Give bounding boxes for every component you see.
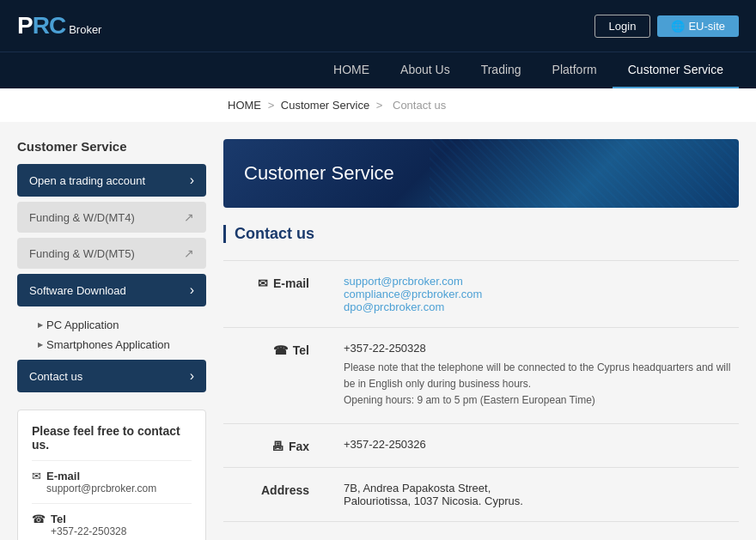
banner: Customer Service bbox=[223, 139, 739, 208]
sidebar-funding-mt4[interactable]: Funding & W/D(MT4) ↗ bbox=[17, 202, 206, 233]
contact-box-email-row: ✉ E-mail support@prcbroker.com bbox=[32, 470, 192, 494]
header: PRC Broker Login 🌐 EU-site bbox=[0, 0, 756, 52]
fax-icon: 🖷 bbox=[271, 440, 284, 453]
label-tel: ☎ Tel bbox=[223, 342, 326, 410]
sidebar-software-download[interactable]: Software Download › bbox=[17, 274, 206, 306]
chevron-right-icon: › bbox=[190, 368, 194, 384]
sidebar: Customer Service Open a trading account … bbox=[17, 139, 223, 540]
value-email: support@prcbroker.com compliance@prcbrok… bbox=[344, 275, 739, 313]
eusite-button[interactable]: 🌐 EU-site bbox=[657, 15, 739, 37]
address-line1: 7B, Andrea Papakosta Street, bbox=[344, 482, 739, 494]
nav-trading[interactable]: Trading bbox=[466, 52, 537, 88]
info-row-email: ✉ E-mail support@prcbroker.com complianc… bbox=[223, 261, 739, 328]
main-layout: Customer Service Open a trading account … bbox=[0, 122, 756, 540]
nav-platform[interactable]: Platform bbox=[537, 52, 613, 88]
sidebar-smartphones-application[interactable]: Smartphones Application bbox=[31, 335, 206, 355]
chevron-right-icon: › bbox=[190, 173, 194, 188]
info-table: ✉ E-mail support@prcbroker.com complianc… bbox=[223, 260, 739, 522]
breadcrumb-sep2: > bbox=[376, 99, 386, 112]
label-address: Address bbox=[223, 482, 326, 507]
breadcrumb: HOME > Customer Service > Contact us bbox=[0, 88, 756, 122]
header-right: Login 🌐 EU-site bbox=[594, 15, 739, 38]
logo-broker: Broker bbox=[69, 23, 101, 36]
email-link-compliance[interactable]: compliance@prcbroker.com bbox=[344, 288, 739, 300]
contact-box-email-value: support@prcbroker.com bbox=[46, 482, 156, 494]
phone-icon: ☎ bbox=[32, 513, 46, 525]
logo-prc: PRC bbox=[17, 12, 65, 39]
tel-note: Please note that the telephone will be c… bbox=[344, 360, 739, 410]
info-row-fax: 🖷 Fax +357-22-250326 bbox=[223, 424, 739, 468]
value-fax: +357-22-250326 bbox=[344, 438, 739, 453]
globe-icon: 🌐 bbox=[671, 20, 685, 33]
breadcrumb-customer-service[interactable]: Customer Service bbox=[281, 99, 369, 112]
mail-icon-content: ✉ bbox=[258, 276, 268, 290]
contact-box: Please feel free to contact us. ✉ E-mail… bbox=[17, 410, 206, 540]
value-tel: +357-22-250328 Please note that the tele… bbox=[344, 342, 739, 410]
content: Customer Service Contact us ✉ E-mail sup… bbox=[223, 139, 739, 540]
sidebar-contact-us[interactable]: Contact us › bbox=[17, 360, 206, 392]
breadcrumb-home[interactable]: HOME bbox=[228, 99, 261, 112]
nav: HOME About Us Trading Platform Customer … bbox=[0, 52, 756, 88]
contact-box-tel-value: +357-22-250328 bbox=[51, 525, 126, 537]
external-link-icon: ↗ bbox=[184, 246, 194, 260]
email-link-support[interactable]: support@prcbroker.com bbox=[344, 275, 739, 288]
sidebar-open-account[interactable]: Open a trading account › bbox=[17, 164, 206, 197]
info-row-address: Address 7B, Andrea Papakosta Street, Pal… bbox=[223, 468, 739, 522]
sidebar-title: Customer Service bbox=[17, 139, 206, 154]
logo: PRC Broker bbox=[17, 12, 101, 39]
mail-icon: ✉ bbox=[32, 470, 41, 482]
section-title: Contact us bbox=[223, 225, 739, 243]
contact-box-tel-label: Tel bbox=[51, 513, 126, 525]
phone-icon-content: ☎ bbox=[273, 343, 288, 357]
sidebar-funding-mt5[interactable]: Funding & W/D(MT5) ↗ bbox=[17, 238, 206, 269]
external-link-icon: ↗ bbox=[184, 210, 194, 224]
label-fax: 🖷 Fax bbox=[223, 438, 326, 453]
sidebar-pc-application[interactable]: PC Application bbox=[31, 315, 206, 335]
sidebar-sub-menu: PC Application Smartphones Application bbox=[17, 312, 206, 358]
banner-bg bbox=[430, 139, 739, 208]
breadcrumb-current: Contact us bbox=[393, 99, 446, 112]
login-button[interactable]: Login bbox=[594, 15, 651, 38]
nav-customer-service[interactable]: Customer Service bbox=[613, 52, 739, 88]
tel-number: +357-22-250328 bbox=[344, 342, 739, 355]
email-link-dpo[interactable]: dpo@prcbroker.com bbox=[344, 300, 739, 313]
nav-about[interactable]: About Us bbox=[385, 52, 466, 88]
contact-box-email-label: E-mail bbox=[46, 470, 156, 482]
info-row-tel: ☎ Tel +357-22-250328 Please note that th… bbox=[223, 328, 739, 424]
label-email: ✉ E-mail bbox=[223, 275, 326, 313]
chevron-right-icon: › bbox=[190, 282, 194, 298]
contact-box-title: Please feel free to contact us. bbox=[32, 424, 192, 452]
contact-box-tel-row: ☎ Tel +357-22-250328 bbox=[32, 513, 192, 537]
banner-title: Customer Service bbox=[244, 162, 394, 185]
nav-home[interactable]: HOME bbox=[318, 52, 385, 88]
address-line2: Palouriotissa, 1037 Nicosia. Cyprus. bbox=[344, 494, 739, 507]
breadcrumb-sep1: > bbox=[268, 99, 277, 112]
value-address: 7B, Andrea Papakosta Street, Palouriotis… bbox=[344, 482, 739, 507]
